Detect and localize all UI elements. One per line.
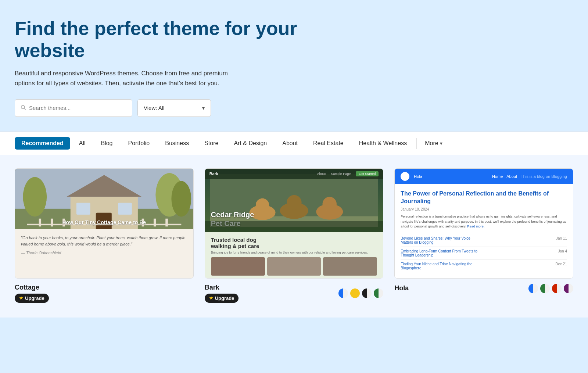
svg-point-0	[21, 105, 25, 109]
hola-item-2-title: Embracing Long-Form Content From Tweets …	[401, 249, 481, 257]
hero-section: Find the perfect theme for your website …	[0, 0, 588, 132]
bark-thumbnails	[211, 257, 377, 276]
star-icon: ★	[19, 295, 23, 301]
view-dropdown[interactable]: View: All ▾	[137, 99, 211, 117]
filter-bar: Recommended All Blog Portfolio Business …	[0, 132, 588, 155]
filter-business[interactable]: Business	[158, 137, 196, 150]
hola-swatch-2[interactable]	[540, 284, 550, 293]
hola-item-1-date: Jan 11	[556, 236, 567, 244]
filter-store[interactable]: Store	[198, 137, 225, 150]
cottage-name: Cottage	[15, 284, 49, 291]
hola-name: Hola	[394, 284, 409, 292]
filter-recommended[interactable]: Recommended	[15, 137, 70, 150]
hola-item-3-title: Finding Your Niche and Tribe Navigating …	[401, 262, 481, 270]
page-title: Find the perfect theme for your website	[15, 18, 364, 62]
svg-rect-11	[118, 203, 132, 215]
theme-card-cottage: How Our Tiny Cottage Came to Be "Go back…	[15, 168, 194, 303]
more-chevron-icon: ▾	[440, 140, 442, 146]
hola-list-item-2: Embracing Long-Form Content From Tweets …	[401, 247, 567, 259]
cottage-name-area: Cottage ★ Upgrade	[15, 284, 49, 303]
theme-preview-cottage[interactable]: How Our Tiny Cottage Came to Be "Go back…	[15, 168, 194, 279]
view-label: View: All	[144, 105, 164, 111]
bark-thumb-1	[211, 257, 265, 276]
filter-blog[interactable]: Blog	[94, 137, 119, 150]
svg-point-24	[287, 195, 302, 210]
filter-separator	[416, 138, 417, 149]
svg-line-1	[24, 108, 26, 110]
cottage-quote: "Go back to your books, to your armchair…	[15, 229, 193, 262]
bark-upgrade-label: Upgrade	[215, 295, 234, 301]
swatch-1[interactable]	[338, 288, 348, 298]
filter-portfolio[interactable]: Portfolio	[122, 137, 157, 150]
search-input[interactable]	[29, 105, 127, 111]
cottage-footer: Cottage ★ Upgrade	[15, 284, 194, 303]
svg-point-22	[255, 198, 269, 212]
filter-more[interactable]: More ▾	[420, 137, 447, 150]
bark-swatches	[338, 288, 383, 298]
hola-swatch-3[interactable]	[552, 284, 562, 293]
theme-preview-bark[interactable]: Bark About Sample Page Get Started	[205, 168, 384, 279]
hola-footer: Hola	[394, 284, 573, 293]
hola-body: The Power of Personal Reflection and the…	[395, 184, 573, 278]
hola-item-2-date: Jan 4	[558, 249, 567, 257]
hola-list-item-3: Finding Your Niche and Tribe Navigating …	[401, 259, 567, 272]
more-label: More	[425, 140, 438, 147]
theme-card-bark: Bark About Sample Page Get Started	[205, 168, 384, 303]
svg-point-26	[322, 197, 337, 211]
hola-nav-desc: This is a blog on Blogging	[521, 174, 567, 179]
filter-real-estate[interactable]: Real Estate	[306, 137, 350, 150]
theme-card-hola: Hola Home About This is a blog on Bloggi…	[394, 168, 573, 303]
bark-thumb-3	[323, 257, 377, 276]
bark-upgrade-badge[interactable]: ★ Upgrade	[205, 294, 239, 303]
hola-list-item-1: Beyond Likes and Shares: Why Your Voice …	[401, 234, 567, 247]
filter-art-design[interactable]: Art & Design	[227, 137, 273, 150]
hola-article-title: The Power of Personal Reflection and the…	[401, 190, 567, 205]
swatch-3[interactable]	[362, 288, 372, 298]
swatch-4[interactable]	[374, 288, 383, 298]
filter-health-wellness[interactable]: Health & Wellness	[352, 137, 413, 150]
search-box[interactable]	[15, 99, 132, 117]
themes-grid: How Our Tiny Cottage Came to Be "Go back…	[0, 155, 588, 318]
hola-item-3-date: Dec 21	[555, 262, 567, 270]
search-icon	[20, 104, 26, 112]
hola-nav-about: About	[506, 174, 517, 179]
bark-bottom-title: Trusted local dogwalking & pet care	[211, 237, 377, 249]
cottage-upgrade-label: Upgrade	[25, 295, 44, 301]
bark-name: Bark	[205, 284, 239, 291]
svg-rect-10	[76, 203, 90, 215]
hola-date: January 18, 2024	[401, 207, 567, 211]
hola-name-area: Hola	[394, 284, 409, 292]
svg-point-4	[23, 177, 47, 217]
cottage-image-top: How Our Tiny Cottage Came to Be	[15, 169, 193, 229]
bark-image-top: Bark About Sample Page Get Started	[205, 169, 383, 232]
star-icon-bark: ★	[209, 295, 213, 301]
theme-preview-hola[interactable]: Hola Home About This is a blog on Bloggi…	[394, 168, 573, 279]
chevron-down-icon: ▾	[202, 105, 205, 111]
hola-body-text: Personal reflection is a transformative …	[401, 214, 567, 229]
hola-swatch-4[interactable]	[564, 284, 573, 293]
bark-thumb-2	[267, 257, 321, 276]
hola-header: Hola Home About This is a blog on Bloggi…	[395, 169, 573, 184]
hola-logo	[401, 172, 409, 181]
hola-site-name: Hola	[414, 174, 422, 179]
bark-bottom: Trusted local dogwalking & pet care Brin…	[205, 232, 383, 278]
hola-swatch-1[interactable]	[528, 284, 538, 293]
filter-all[interactable]: All	[72, 137, 92, 150]
cottage-upgrade-badge[interactable]: ★ Upgrade	[15, 294, 49, 303]
hero-subtitle: Beautiful and responsive WordPress theme…	[15, 68, 243, 88]
svg-point-6	[171, 181, 191, 216]
cottage-overlay-text: How Our Tiny Cottage Came to Be	[15, 219, 193, 225]
bark-footer: Bark ★ Upgrade	[205, 284, 384, 303]
hola-nav: Home About This is a blog on Blogging	[492, 174, 567, 179]
hola-item-1-title: Beyond Likes and Shares: Why Your Voice …	[401, 236, 481, 244]
swatch-2[interactable]	[350, 288, 360, 298]
hola-nav-home: Home	[492, 174, 503, 179]
filter-about[interactable]: About	[276, 137, 304, 150]
bark-name-area: Bark ★ Upgrade	[205, 284, 239, 303]
hola-swatches	[528, 284, 573, 293]
search-bar-row: View: All ▾	[15, 99, 573, 117]
